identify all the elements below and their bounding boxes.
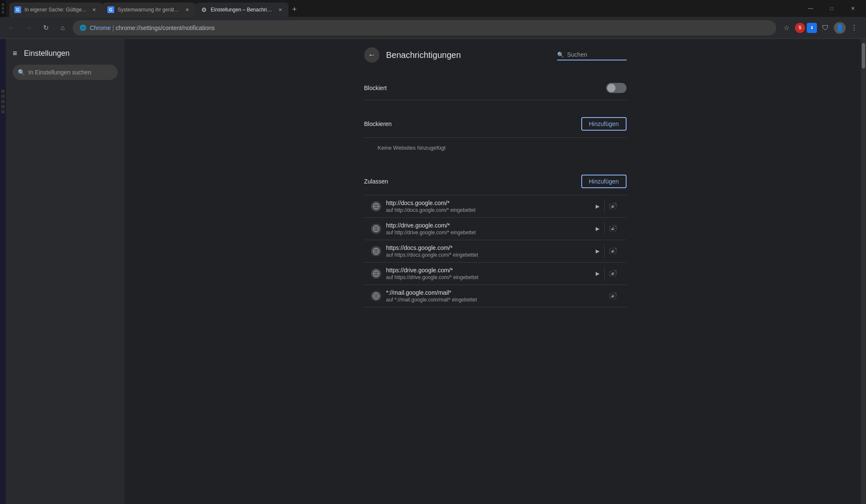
minimize-button[interactable]: — [801, 2, 820, 15]
sidebar: ≡ Einstellungen 🔍 [6, 39, 124, 504]
allowed-site-item-3: https://drive.google.com/* auf https://d… [364, 263, 627, 285]
site-icon-0 [371, 201, 381, 211]
tab-3[interactable]: ⚙ Einstellungen – Benachrichtigun... ✕ [195, 3, 289, 17]
allowed-site-item-4: *://mail.google.com/mail* auf *://mail.g… [364, 285, 627, 307]
tab-1-favicon: G [14, 6, 21, 13]
site-url-3: https://drive.google.com/* [386, 267, 586, 274]
close-button[interactable]: ✕ [843, 2, 863, 15]
zulassen-label: Zulassen [364, 178, 388, 185]
taskbar-item-2 [1, 95, 5, 98]
blockiert-label: Blockiert [364, 85, 387, 91]
tab-1-close[interactable]: ✕ [91, 6, 97, 13]
home-button[interactable]: ⌂ [56, 21, 69, 35]
site-info-0: http://docs.google.com/* auf http://docs… [386, 200, 586, 213]
lock-icon: 🌐 [80, 25, 86, 31]
blockieren-section: Blockieren Hinzufügen Keine Websites hin… [364, 110, 627, 158]
reload-button[interactable]: ↻ [39, 21, 52, 35]
main-panel[interactable]: ← Benachrichtigungen 🔍 Blockiert [124, 39, 866, 504]
tab-3-close[interactable]: ✕ [277, 6, 283, 13]
site-icon-3 [371, 268, 381, 279]
svg-text:✦: ✦ [610, 294, 614, 299]
sidebar-search-box[interactable]: 🔍 [13, 65, 118, 80]
search-icon: 🔍 [18, 69, 25, 76]
gear-button-1[interactable]: ✦ [606, 222, 620, 236]
profile-icon[interactable]: 👤 [834, 22, 846, 34]
extension-red-button[interactable]: S [795, 23, 805, 33]
left-taskbar-strip [0, 39, 6, 504]
blockiert-section: Blockiert [364, 76, 627, 100]
site-icon-2 [371, 246, 381, 256]
toolbar-icons: ☆ S ⬇ 🛡 👤 ⋮ [780, 21, 861, 35]
allowed-site-item-0: http://docs.google.com/* auf http://docs… [364, 195, 627, 218]
taskbar-item-3 [1, 100, 5, 103]
back-button[interactable]: ← [5, 21, 19, 35]
site-embedded-1: auf http://drive.google.com/* eingebette… [386, 230, 586, 236]
tab-1-title: In eigener Sache: Gültige E-Mail... [25, 7, 87, 13]
blockieren-add-button[interactable]: Hinzufügen [581, 117, 627, 131]
expand-button-3[interactable]: ▶ [591, 267, 605, 280]
maximize-button[interactable]: □ [822, 2, 841, 15]
tab-2-title: Systemwarnung ihr gerät ist dur... [118, 7, 180, 13]
site-info-3: https://drive.google.com/* auf https://d… [386, 267, 586, 280]
tab-3-favicon: ⚙ [201, 6, 207, 13]
gear-button-4[interactable]: ✦ [606, 289, 620, 303]
menu-icon[interactable]: ⋮ [847, 21, 861, 35]
expand-button-0[interactable]: ▶ [591, 200, 605, 213]
site-url-1: http://drive.google.com/* [386, 222, 586, 229]
allowed-site-item-1: http://drive.google.com/* auf http://dri… [364, 218, 627, 240]
app-content: ≡ Einstellungen 🔍 ← Benachrichtigungen 🔍 [0, 39, 866, 504]
expand-button-2[interactable]: ▶ [591, 244, 605, 258]
star-icon[interactable]: ☆ [780, 21, 793, 35]
search-input[interactable] [28, 69, 113, 76]
scrollbar-track[interactable] [861, 39, 866, 504]
expand-button-1[interactable]: ▶ [591, 222, 605, 236]
page-search-box[interactable]: 🔍 [557, 49, 627, 60]
blockiert-section-header: Blockiert [364, 76, 627, 100]
extension-blue-button[interactable]: ⬇ [807, 23, 817, 33]
site-url-0: http://docs.google.com/* [386, 200, 586, 206]
tab-2[interactable]: G Systemwarnung ihr gerät ist dur... ✕ [102, 3, 195, 17]
site-url-2: https://docs.google.com/* [386, 244, 586, 251]
tab-1[interactable]: G In eigener Sache: Gültige E-Mail... ✕ [9, 3, 102, 17]
svg-text:✦: ✦ [610, 227, 614, 232]
window-controls: — □ ✕ [797, 0, 866, 17]
empty-state-blockieren: Keine Websites hinzugefügt [364, 138, 627, 158]
site-embedded-2: auf https://docs.google.com/* eingebette… [386, 252, 586, 258]
shield-icon[interactable]: 🛡 [819, 21, 832, 35]
zulassen-section: Zulassen Hinzufügen http://docs.google.c… [364, 168, 627, 307]
page-search-input[interactable] [567, 51, 627, 58]
blockieren-section-header: Blockieren Hinzufügen [364, 110, 627, 138]
site-actions-3: ▶ ✦ [591, 267, 620, 280]
site-info-4: *://mail.google.com/mail* auf *://mail.g… [386, 289, 601, 303]
blockiert-toggle[interactable] [606, 83, 627, 93]
page-back-button[interactable]: ← [364, 47, 379, 63]
site-embedded-4: auf *://mail.google.com/mail* eingebette… [386, 297, 601, 303]
hamburger-icon[interactable]: ≡ [13, 49, 17, 58]
navbar: ← → ↻ ⌂ 🌐 Chrome | chrome://settings/con… [0, 17, 866, 39]
site-actions-1: ▶ ✦ [591, 222, 620, 236]
zulassen-add-button[interactable]: Hinzufügen [581, 175, 627, 188]
site-url-4: *://mail.google.com/mail* [386, 289, 601, 296]
svg-text:✦: ✦ [610, 205, 614, 209]
toggle-knob [607, 84, 616, 92]
settings-content-area: ← Benachrichtigungen 🔍 Blockiert [347, 39, 643, 326]
url-path: chrome://settings/content/notifications [115, 25, 214, 31]
sidebar-header: ≡ Einstellungen [6, 46, 124, 65]
scrollbar-thumb[interactable] [862, 43, 865, 68]
site-embedded-0: auf http://docs.google.com/* eingebettet [386, 207, 586, 213]
svg-text:✦: ✦ [610, 249, 614, 254]
gear-button-0[interactable]: ✦ [606, 200, 620, 213]
site-embedded-3: auf https://drive.google.com/* eingebett… [386, 274, 586, 280]
blockieren-label: Blockieren [364, 121, 392, 127]
tab-2-close[interactable]: ✕ [184, 6, 190, 13]
taskbar-item-1 [1, 90, 5, 93]
new-tab-button[interactable]: + [289, 3, 300, 15]
zulassen-section-header: Zulassen Hinzufügen [364, 168, 627, 195]
gear-button-2[interactable]: ✦ [606, 244, 620, 258]
gear-button-3[interactable]: ✦ [606, 267, 620, 280]
address-bar[interactable]: 🌐 Chrome | chrome://settings/content/not… [73, 20, 776, 36]
site-actions-2: ▶ ✦ [591, 244, 620, 258]
tab-3-title: Einstellungen – Benachrichtigun... [211, 7, 273, 13]
forward-button[interactable]: → [22, 21, 36, 35]
tab-2-favicon: G [107, 6, 114, 13]
